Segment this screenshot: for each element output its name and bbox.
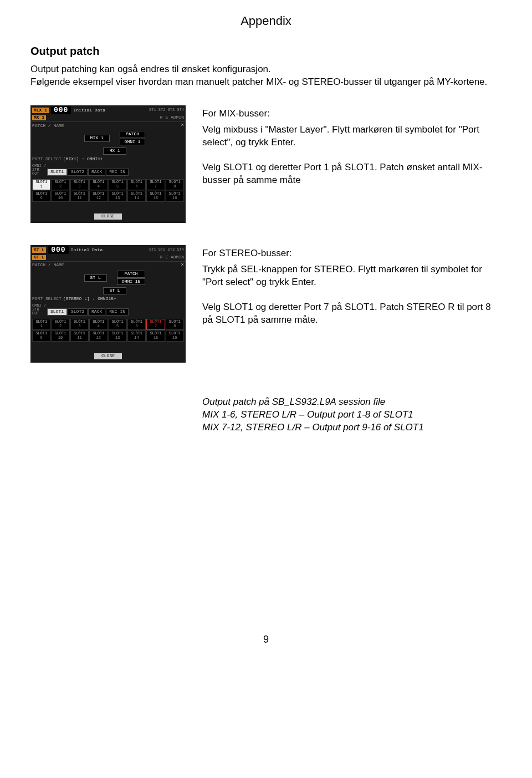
stereo-scene-name: Initial Data bbox=[71, 248, 147, 253]
tab-slot1[interactable]: SLOT1 bbox=[47, 169, 67, 176]
close-icon[interactable]: × bbox=[181, 123, 184, 129]
port-cell-4[interactable]: +SLOT14 bbox=[89, 319, 108, 330]
port-cell-3[interactable]: +SLOT13 bbox=[70, 319, 89, 330]
port-grid-mix: +SLOT11+SLOT12+SLOT13+SLOT14+SLOT15+SLOT… bbox=[30, 178, 186, 204]
stereo-scene-number: 000 bbox=[48, 246, 68, 254]
port-cell-15[interactable]: +SLOT115 bbox=[146, 191, 165, 202]
page-title: Appendix bbox=[30, 14, 502, 28]
port-cell-2[interactable]: +SLOT12 bbox=[51, 319, 69, 330]
patch-label-st: PATCH bbox=[117, 271, 146, 278]
mix-screenshot: MIX 1 000 Initial Data ST1 ST2 ST3 ST4 M… bbox=[30, 105, 186, 223]
port-cell-5[interactable]: +SLOT15 bbox=[109, 319, 127, 330]
mix-status-indicators: ST1 ST2 ST3 ST4 bbox=[149, 108, 184, 113]
port-cell-10[interactable]: +SLOT110 bbox=[51, 191, 69, 202]
stub-line2: 2TR OUT bbox=[32, 167, 39, 176]
port-cell-7[interactable]: +SLOT17 bbox=[146, 179, 165, 190]
stereo-channel-name-1: ST L bbox=[32, 247, 46, 253]
port-cell-1[interactable]: +SLOT11 bbox=[32, 319, 50, 330]
tab-recin-st[interactable]: REC IN bbox=[106, 308, 129, 316]
mix-scene-number: 000 bbox=[51, 106, 71, 114]
port-cell-16[interactable]: +SLOT116 bbox=[166, 191, 184, 202]
port-cell-1[interactable]: +SLOT11 bbox=[32, 179, 50, 190]
port-cell-6[interactable]: +SLOT16 bbox=[127, 319, 146, 330]
patch-name-label-st: PATCH / NAME bbox=[32, 263, 64, 268]
tab-slot2-st[interactable]: SLOT2 bbox=[68, 308, 88, 316]
mix-desc-heading: For MIX-busser: bbox=[202, 108, 502, 120]
tab-slot1-st[interactable]: SLOT1 bbox=[47, 308, 67, 316]
port-cell-12[interactable]: +SLOT112 bbox=[89, 191, 108, 202]
intro-text: Output patching kan også endres til ønsk… bbox=[30, 63, 502, 89]
port-cell-11[interactable]: +SLOT111 bbox=[70, 191, 89, 202]
patch-value-st: OMNI 15 bbox=[117, 278, 146, 286]
session-line3: MIX 7-12, STEREO L/R – Output port 9-16 … bbox=[202, 421, 502, 434]
mix-channel-name-2: MX 1 bbox=[32, 115, 46, 120]
section-heading: Output patch bbox=[30, 45, 502, 58]
stereo-desc-heading: For STEREO-busser: bbox=[202, 247, 502, 260]
port-cell-13[interactable]: +SLOT113 bbox=[109, 330, 127, 342]
tab-rack[interactable]: RACK bbox=[88, 169, 105, 176]
stereo-status-indicators: ST1 ST2 ST3 ST4 bbox=[149, 248, 184, 252]
tab-slot2[interactable]: SLOT2 bbox=[68, 169, 88, 176]
session-line1: Output patch på SB_LS932.L9A session fil… bbox=[202, 396, 502, 409]
stereo-screenshot: ST L 000 Initial Data ST1 ST2 ST3 ST4 ST… bbox=[30, 245, 186, 363]
port-select-value-st: [STEREO L] : OMNI15+ bbox=[63, 297, 116, 302]
port-cell-4[interactable]: +SLOT14 bbox=[89, 179, 108, 190]
stereo-desc-p1: Trykk på SEL-knappen for STEREO. Flytt m… bbox=[202, 263, 502, 289]
port-cell-7[interactable]: +SLOT17 bbox=[146, 319, 165, 330]
stereo-channel-name-2: ST L bbox=[32, 255, 46, 260]
session-note: Output patch på SB_LS932.L9A session fil… bbox=[202, 396, 502, 434]
mix-block: MIX 1 000 Initial Data ST1 ST2 ST3 ST4 M… bbox=[30, 105, 502, 223]
port-select-value: [MIX1] : OMNI1+ bbox=[63, 157, 103, 162]
port-cell-15[interactable]: +SLOT115 bbox=[146, 330, 165, 342]
mix-scene-name: Initial Data bbox=[73, 108, 147, 113]
port-cell-8[interactable]: +SLOT18 bbox=[166, 179, 184, 190]
port-cell-14[interactable]: +SLOT114 bbox=[127, 191, 146, 202]
mix-desc-p2: Velg SLOT1 og deretter Port 1 på SLOT1. … bbox=[202, 161, 502, 187]
mixer-panel-mix: MIX 1 000 Initial Data ST1 ST2 ST3 ST4 M… bbox=[30, 105, 186, 223]
page-number: 9 bbox=[30, 634, 502, 645]
mix-name-edit[interactable]: MX 1 bbox=[103, 148, 126, 155]
patch-name-label: PATCH / NAME bbox=[32, 124, 64, 129]
port-cell-6[interactable]: +SLOT16 bbox=[127, 179, 146, 190]
tab-rack-st[interactable]: RACK bbox=[88, 308, 105, 316]
port-cell-9[interactable]: +SLOT19 bbox=[32, 330, 50, 342]
port-cell-12[interactable]: +SLOT112 bbox=[89, 330, 108, 342]
close-button-st[interactable]: CLOSE bbox=[94, 353, 122, 359]
port-grid-stereo: +SLOT11+SLOT12+SLOT13+SLOT14+SLOT15+SLOT… bbox=[30, 318, 186, 343]
mixer-panel-stereo: ST L 000 Initial Data ST1 ST2 ST3 ST4 ST… bbox=[30, 245, 186, 363]
mix-name-display: MIX 1 bbox=[84, 135, 110, 142]
mix-channel-name-1: MIX 1 bbox=[32, 108, 49, 114]
port-cell-16[interactable]: +SLOT116 bbox=[166, 330, 184, 342]
close-button[interactable]: CLOSE bbox=[94, 213, 122, 220]
port-cell-8[interactable]: +SLOT18 bbox=[166, 319, 184, 330]
port-cell-5[interactable]: +SLOT15 bbox=[109, 179, 127, 190]
port-cell-3[interactable]: +SLOT13 bbox=[70, 179, 89, 190]
mix-admin-row: R E ADMIN bbox=[160, 115, 184, 120]
stereo-desc-p2: Velg SLOT1 og deretter Port 7 på SLOT1. … bbox=[202, 301, 502, 327]
stereo-admin-row: R E ADMIN bbox=[160, 255, 184, 260]
port-cell-13[interactable]: +SLOT113 bbox=[109, 191, 127, 202]
stub-line2-st: 2TR OUT bbox=[32, 307, 39, 316]
port-cell-10[interactable]: +SLOT110 bbox=[51, 330, 69, 342]
port-select-label-st: PORT SELECT bbox=[32, 297, 62, 302]
stereo-name-edit[interactable]: ST L bbox=[103, 287, 126, 294]
close-icon[interactable]: × bbox=[181, 263, 184, 268]
stereo-name-display: ST L bbox=[84, 274, 107, 282]
patch-value: OMNI 1 bbox=[120, 139, 146, 146]
session-line2: MIX 1-6, STEREO L/R – Output port 1-8 of… bbox=[202, 409, 502, 421]
port-select-label: PORT SELECT bbox=[32, 157, 62, 162]
port-cell-14[interactable]: +SLOT114 bbox=[127, 330, 146, 342]
patch-label: PATCH bbox=[120, 131, 146, 138]
port-cell-9[interactable]: +SLOT19 bbox=[32, 191, 50, 202]
port-cell-11[interactable]: +SLOT111 bbox=[70, 330, 89, 342]
tab-recin[interactable]: REC IN bbox=[106, 169, 129, 176]
mix-desc-p1: Velg mixbuss i "Master Layer". Flytt mar… bbox=[202, 124, 502, 149]
stereo-block: ST L 000 Initial Data ST1 ST2 ST3 ST4 ST… bbox=[30, 245, 502, 363]
port-cell-2[interactable]: +SLOT12 bbox=[51, 179, 69, 190]
